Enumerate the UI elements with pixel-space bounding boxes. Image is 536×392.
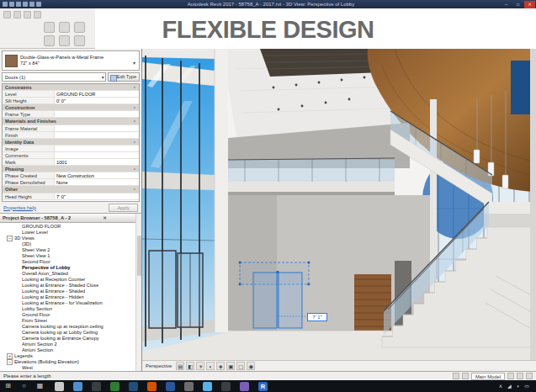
hidden-icons-icon[interactable]: ∧: [499, 380, 502, 392]
property-value[interactable]: GROUND FLOOR: [55, 91, 139, 97]
measure-icon[interactable]: [29, 2, 34, 7]
property-section-header[interactable]: Materials and Finishes: [3, 118, 139, 124]
tree-item[interactable]: Lobby Section: [0, 306, 141, 312]
chevron-down-icon[interactable]: [130, 53, 139, 68]
volume-icon[interactable]: ◖: [517, 380, 520, 392]
property-value[interactable]: 7' 0": [55, 193, 139, 199]
tree-item[interactable]: Looking at Reception Counter: [0, 277, 141, 283]
project-browser-scrollbar[interactable]: [135, 214, 141, 371]
property-value[interactable]: [55, 132, 139, 138]
app-9-icon[interactable]: [203, 382, 212, 391]
property-value[interactable]: [55, 146, 139, 151]
property-row[interactable]: Sill Height0' 0": [3, 98, 139, 104]
property-value[interactable]: None: [55, 179, 139, 185]
minus-expander-icon[interactable]: −: [7, 236, 13, 241]
tree-item[interactable]: Second Floor: [0, 259, 141, 265]
element-filter-select[interactable]: Doors (1): [2, 72, 106, 82]
tree-item[interactable]: Camera looking up at Lobby Ceiling: [0, 330, 141, 336]
scrollbar-thumb[interactable]: [137, 236, 141, 276]
project-browser-titlebar[interactable]: Project Browser - 58758_A - 2017.rvt: [0, 214, 141, 223]
design-options-icon[interactable]: [462, 373, 469, 379]
tree-item[interactable]: −3D Views: [0, 236, 141, 241]
property-row[interactable]: Head Height7' 0": [3, 193, 139, 200]
tree-item[interactable]: −Elevations (Building Elevation): [0, 359, 141, 365]
app-8-icon[interactable]: [184, 382, 194, 391]
tree-item[interactable]: +Legends: [0, 353, 141, 359]
property-value[interactable]: 1001: [55, 159, 139, 165]
property-value[interactable]: [55, 125, 139, 131]
tree-item[interactable]: Looking at Entrance - Shaded Close: [0, 283, 141, 289]
app-5-icon[interactable]: [129, 382, 138, 391]
type-selector[interactable]: Double-Glass-w-Panels w-Metal Frame 72" …: [2, 50, 140, 71]
shadows-icon[interactable]: ◐: [206, 362, 215, 370]
property-section-header[interactable]: Phasing: [3, 166, 139, 172]
app-6-icon[interactable]: [147, 382, 157, 391]
tree-item[interactable]: Looking at Entrance - Shaded: [0, 289, 141, 294]
property-row[interactable]: Frame Material: [3, 125, 139, 132]
property-row[interactable]: Phase CreatedNew Construction: [3, 172, 139, 179]
quick-access-toolbar[interactable]: [3, 2, 41, 7]
close-button[interactable]: ✕: [524, 1, 535, 8]
property-section-header[interactable]: Other: [3, 186, 139, 193]
property-value[interactable]: New Construction: [55, 172, 139, 178]
app-1-icon[interactable]: [55, 382, 64, 391]
apply-button[interactable]: Apply: [109, 204, 138, 212]
property-section-header[interactable]: Constraints: [3, 84, 139, 91]
network-icon[interactable]: ◢: [507, 380, 512, 392]
temporary-view-icon[interactable]: ◈: [216, 362, 225, 370]
tree-item[interactable]: Overall Axon_Shaded: [0, 271, 141, 277]
exclude-options-icon[interactable]: [507, 373, 514, 379]
property-section-header[interactable]: Identity Data: [3, 139, 139, 146]
tree-item[interactable]: GROUND FLOOR: [0, 224, 141, 230]
edit-type-button[interactable]: Edit Type: [108, 72, 140, 82]
crop-region-visibility-icon[interactable]: ▢: [236, 362, 245, 370]
app-10-icon[interactable]: [221, 382, 231, 391]
undo-icon[interactable]: [9, 2, 14, 7]
properties-help-link[interactable]: Properties help: [3, 205, 36, 210]
property-row[interactable]: LevelGROUND FLOOR: [3, 91, 139, 98]
temporary-dimension-input[interactable]: 7' 1": [307, 313, 327, 321]
tree-item[interactable]: Looking at Entrance - Hidden: [0, 294, 141, 300]
tree-item[interactable]: Camera looking at Entrance Canopy: [0, 336, 141, 342]
app-3-icon[interactable]: [92, 382, 101, 391]
property-row[interactable]: Phase DemolishedNone: [3, 179, 139, 186]
tree-item[interactable]: Looking at Entrance - for Visualization: [0, 300, 141, 306]
tree-item[interactable]: Sheet View 2: [0, 247, 141, 253]
tree-item[interactable]: Sheet View 1: [0, 253, 141, 259]
minimize-button[interactable]: ─: [501, 1, 512, 8]
sun-settings-icon[interactable]: ☀: [196, 362, 204, 370]
property-row[interactable]: Mark1001: [3, 159, 139, 166]
tree-item[interactable]: Camera looking up at reception ceiling: [0, 324, 141, 330]
tree-item[interactable]: Atrium Section: [0, 347, 141, 353]
drawing-area[interactable]: 7' 1": [142, 49, 536, 360]
tree-item[interactable]: Atrium Section 2: [0, 342, 141, 347]
search-icon[interactable]: ○: [16, 380, 32, 392]
maximize-button[interactable]: □: [512, 1, 523, 8]
revit-icon[interactable]: R: [258, 382, 268, 391]
app-4-icon[interactable]: [110, 382, 119, 391]
task-view-icon[interactable]: ▦: [32, 380, 48, 392]
crop-view-icon[interactable]: ▣: [226, 362, 235, 370]
visual-style-icon[interactable]: ◧: [186, 362, 194, 370]
app-2-icon[interactable]: [73, 382, 82, 391]
tree-item[interactable]: Lower Level: [0, 230, 141, 236]
tree-item[interactable]: {3D}: [0, 241, 141, 247]
plus-expander-icon[interactable]: +: [7, 353, 13, 359]
property-row[interactable]: Frame Type: [3, 111, 139, 118]
property-value[interactable]: [55, 152, 139, 158]
view-scale-label[interactable]: Perspective: [146, 363, 172, 368]
close-icon[interactable]: [71, 215, 139, 220]
start-icon[interactable]: ⊞: [0, 380, 16, 392]
save-icon[interactable]: [3, 2, 8, 7]
tree-item[interactable]: From Street: [0, 318, 141, 324]
minus-expander-icon[interactable]: −: [7, 359, 13, 365]
property-row[interactable]: Image: [3, 146, 139, 152]
active-design-option[interactable]: Main Model: [471, 373, 505, 380]
property-row[interactable]: Comments: [3, 152, 139, 159]
tree-item[interactable]: Ground Floor: [0, 312, 141, 318]
editable-only-icon[interactable]: [517, 373, 523, 379]
detail-level-icon[interactable]: ▤: [176, 362, 184, 370]
print-icon[interactable]: [23, 2, 28, 7]
tree-item[interactable]: Perspective of Lobby: [0, 265, 141, 271]
property-row[interactable]: Finish: [3, 132, 139, 139]
